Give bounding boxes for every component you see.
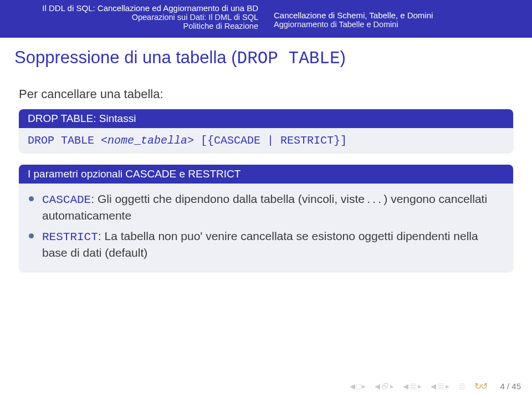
outline-section-2[interactable]: Opearazioni sui Dati: Il DML di SQL: [6, 13, 258, 22]
list-item: CASCADE: Gli oggetti che dipendono dalla…: [25, 189, 504, 226]
title-prefix: Soppressione di una tabella (: [14, 48, 237, 67]
syntax-keyword: DROP TABLE: [28, 134, 101, 147]
params-block-title: I parametri opzionali CASCADE e RESTRICT: [19, 165, 513, 184]
syntax-options: [{CASCADE | RESTRICT}]: [194, 134, 347, 147]
nav-presentation-icon[interactable]: ≣: [458, 381, 466, 391]
page-counter: 4 / 45: [500, 381, 521, 391]
outline-subsection-1[interactable]: Cancellazione di Schemi, Tabelle, e Domi…: [274, 11, 526, 20]
params-block: I parametri opzionali CASCADE e RESTRICT…: [19, 165, 513, 272]
syntax-block-body: DROP TABLE <nome_tabella> [{CASCADE | RE…: [19, 128, 513, 152]
outline-section-1[interactable]: Il DDL di SQL: Cancellazione ed Aggiorna…: [6, 3, 258, 13]
syntax-block-title: DROP TABLE: Sintassi: [19, 109, 513, 128]
slide-content: Per cancellare una tabella: DROP TABLE: …: [0, 74, 532, 272]
beamer-nav-icons: ◀□▸ ◀🗗▸ ◀≣▸ ◀≣▸ ≣ ↻↺: [350, 381, 487, 391]
nav-first-button[interactable]: ◀□▸: [350, 382, 366, 391]
header-right-nav: Cancellazione di Schemi, Tabelle, e Domi…: [266, 0, 532, 38]
list-item: RESTRICT: La tabella non puo' venire can…: [25, 226, 504, 263]
syntax-arg-close: tabella>: [141, 134, 194, 147]
params-list: CASCADE: Gli oggetti che dipendono dalla…: [22, 187, 510, 268]
syntax-block: DROP TABLE: Sintassi DROP TABLE <nome_ta…: [19, 109, 513, 152]
intro-text: Per cancellare una tabella:: [19, 87, 513, 101]
header-left-nav: Il DDL di SQL: Cancellazione ed Aggiorna…: [0, 0, 266, 38]
param-restrict-code: RESTRICT: [42, 231, 98, 243]
title-suffix: ): [340, 48, 346, 67]
syntax-sep: _: [134, 134, 141, 147]
syntax-arg-open: <nome: [101, 134, 134, 147]
nav-refresh-icon[interactable]: ↻↺: [474, 381, 487, 391]
outline-section-3[interactable]: Politiche di Reazione: [6, 22, 258, 30]
nav-next-slide-button[interactable]: ◀≣▸: [431, 381, 449, 391]
nav-prev-slide-button[interactable]: ◀≣▸: [403, 381, 422, 391]
slide-footer-nav: ◀□▸ ◀🗗▸ ◀≣▸ ◀≣▸ ≣ ↻↺ 4 / 45: [350, 381, 521, 391]
param-restrict-text: : La tabella non puo' venire cancellata …: [42, 230, 478, 259]
outline-subsection-2[interactable]: Aggiornamento di Tabelle e Domini: [274, 20, 526, 29]
nav-prev-section-button[interactable]: ◀🗗▸: [375, 382, 394, 391]
slide-header: Il DDL di SQL: Cancellazione ed Aggiorna…: [0, 0, 532, 38]
param-cascade-code: CASCADE: [42, 194, 91, 206]
param-cascade-text: : Gli oggetti che dipendono dalla tabell…: [42, 192, 487, 222]
title-code: DROP TABLE: [237, 49, 340, 68]
frame-title: Soppressione di una tabella (DROP TABLE): [0, 38, 532, 74]
params-block-body: CASCADE: Gli oggetti che dipendono dalla…: [19, 184, 513, 272]
